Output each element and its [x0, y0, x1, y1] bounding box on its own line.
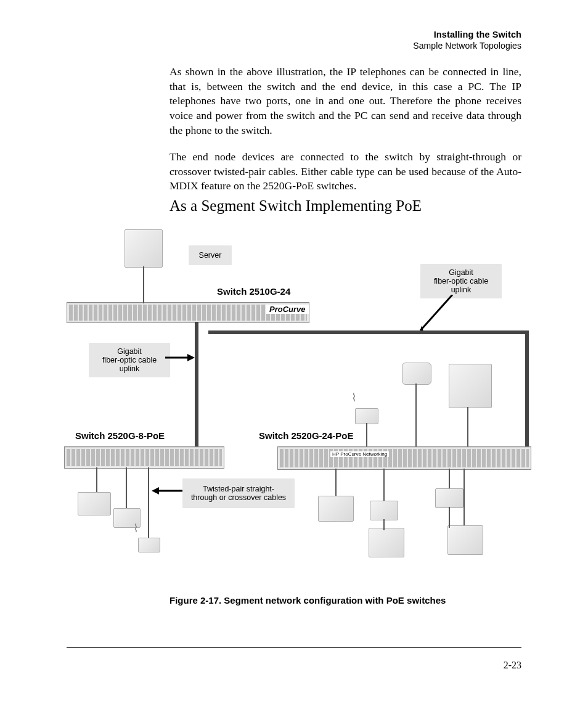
body-text: As shown in the above illustration, the …	[169, 65, 521, 206]
phone3-icon	[435, 488, 463, 508]
wifi-icon: ⌇	[351, 391, 357, 404]
brand-hp: HP ProCurve Networking	[330, 451, 389, 457]
wire-r2b	[383, 519, 385, 530]
label-switch-left: Switch 2520G-8-PoE	[75, 430, 165, 441]
monitor1-icon	[369, 528, 404, 557]
wire-l2	[126, 467, 127, 514]
ap2-icon	[138, 538, 160, 552]
page-number: 2-23	[504, 660, 521, 671]
ap-icon	[355, 408, 378, 424]
section-heading: As a Segment Switch Implementing PoE	[169, 197, 422, 215]
wire-r4	[463, 469, 465, 534]
wire-l1	[96, 467, 97, 493]
server-icon	[125, 229, 163, 268]
header-title: Installing the Switch	[413, 30, 521, 39]
arrow-uplink-left	[165, 351, 195, 364]
server2-icon	[449, 364, 492, 408]
label-twisted-pair: Twisted-pair straight- through or crosso…	[182, 478, 295, 508]
camera-icon	[402, 363, 431, 385]
wire-srv2	[467, 407, 468, 451]
wire-cam	[415, 384, 417, 451]
label-uplink-left: Gigabit fiber-optic cable uplink	[89, 343, 170, 377]
network-diagram: Server Switch 2510G-24 ProCurve Gigabit …	[57, 229, 531, 581]
label-server: Server	[189, 245, 232, 265]
header-section: Sample Network Topologies	[413, 41, 521, 51]
wire-l3	[148, 467, 149, 540]
wifi2-icon: ⌇	[133, 522, 139, 535]
printer-icon	[318, 496, 354, 522]
wire-fiber-1	[195, 322, 198, 451]
page-header: Installing the Switch Sample Network Top…	[413, 30, 521, 51]
wire-r3b	[449, 507, 450, 528]
phone2-icon	[370, 501, 398, 520]
label-switch-right: Switch 2520G-24-PoE	[259, 430, 353, 441]
wire-fiber-2a	[208, 330, 529, 334]
footer-rule	[67, 647, 521, 648]
arrow-tp	[152, 485, 182, 497]
paragraph-2: The end node devices are connected to th…	[169, 150, 521, 194]
wire-server	[143, 266, 144, 303]
figure-caption: Figure 2-17. Segment network configurati…	[169, 595, 446, 605]
label-switch-top: Switch 2510G-24	[217, 286, 290, 297]
switch-right	[277, 446, 531, 470]
paragraph-1: As shown in the above illustration, the …	[169, 65, 521, 138]
switch-left	[64, 446, 224, 469]
monitor2-icon	[447, 525, 483, 555]
wire-fiber-2b	[525, 330, 529, 451]
brand-procurve: ProCurve	[266, 305, 309, 314]
label-uplink-right: Gigabit fiber-optic cable uplink	[420, 264, 502, 298]
laptop-icon	[78, 492, 111, 515]
